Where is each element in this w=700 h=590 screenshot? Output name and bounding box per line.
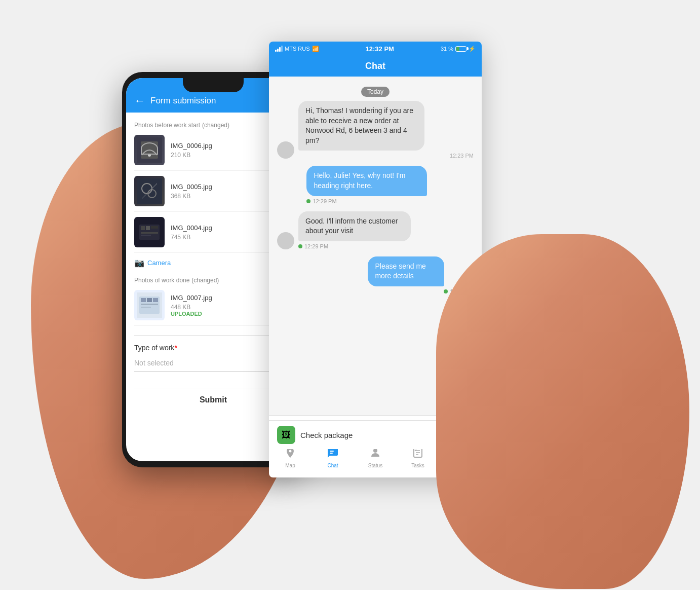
battery-icon (455, 46, 466, 52)
message-row: Hi, Thomas! I wondering if you are able … (277, 101, 474, 159)
message-row: Hello, Julie! Yes, why not! I'm heading … (277, 166, 474, 204)
status-bar: MTS RUS 📶 12:32 PM 31 % ⚡ (269, 42, 482, 56)
select-placeholder: Not selected (134, 359, 174, 367)
package-icon: 🖼 (277, 426, 295, 444)
message-bubble-sent: Hello, Julie! Yes, why not! I'm heading … (306, 166, 474, 204)
svg-point-23 (373, 449, 377, 453)
online-dot-icon (306, 199, 310, 203)
form-title: Form submission (150, 96, 216, 106)
message-text: Hi, Thomas! I wondering if you are able … (298, 101, 424, 151)
message-text: Good. I'll inform the customer about you… (298, 211, 411, 241)
svg-rect-22 (330, 453, 333, 454)
file-name: IMG_0007.jpg (171, 294, 284, 302)
message-status: 12:29 PM (306, 198, 474, 204)
file-size: 448 KB (171, 304, 284, 311)
signal-bars-icon (275, 46, 283, 52)
message-status: 12:29 PM (298, 243, 454, 249)
message-time: 12:23 PM (298, 153, 474, 159)
hand-right (436, 234, 689, 589)
chat-title: Chat (277, 61, 474, 71)
chat-header: Chat (269, 56, 482, 77)
svg-rect-9 (141, 226, 145, 230)
svg-rect-11 (151, 226, 158, 229)
check-package-label: Check package (300, 431, 353, 439)
phone-notch (183, 78, 244, 92)
svg-rect-20 (141, 307, 151, 308)
camera-icon: 📷 (134, 258, 144, 268)
file-thumbnail (134, 135, 165, 165)
tab-map-label: Map (285, 463, 295, 468)
file-thumbnail (134, 176, 165, 206)
tab-status-label: Status (368, 463, 382, 468)
online-dot-icon (444, 289, 448, 293)
camera-label: Camera (147, 259, 171, 267)
status-time: 12:32 PM (366, 45, 394, 53)
back-button[interactable]: ← (134, 94, 145, 107)
svg-rect-10 (146, 226, 150, 230)
svg-rect-12 (141, 232, 158, 234)
lightning-icon: ⚡ (469, 46, 476, 52)
upload-status: UPLOADED (171, 311, 284, 317)
wifi-icon: 📶 (312, 46, 319, 52)
message-row: Please send me more details 12:29 PM (277, 256, 474, 294)
online-dot-icon (298, 244, 302, 248)
tab-tasks[interactable]: Tasks (397, 447, 439, 468)
gallery-icon: 🖼 (282, 430, 291, 440)
message-bubble-received: Hi, Thomas! I wondering if you are able … (298, 101, 474, 159)
svg-rect-21 (330, 451, 334, 452)
message-text: Hello, Julie! Yes, why not! I'm heading … (306, 166, 426, 196)
message-bubble-received: Good. I'll inform the customer about you… (298, 211, 454, 249)
message-text: Please send me more details (368, 256, 444, 286)
message-row: Good. I'll inform the customer about you… (277, 211, 474, 249)
tab-status[interactable]: Status (354, 447, 397, 468)
svg-rect-0 (137, 137, 162, 163)
tab-chat[interactable]: Chat (312, 447, 354, 468)
message-time: 12:29 PM (304, 243, 328, 249)
status-right: 31 % ⚡ (441, 46, 476, 52)
main-scene: ← Form submission Photos before work sta… (71, 42, 629, 548)
tab-chat-label: Chat (327, 463, 338, 468)
avatar (277, 232, 294, 249)
tab-tasks-label: Tasks (411, 463, 424, 468)
carrier-label: MTS RUS (285, 46, 310, 52)
status-left: MTS RUS 📶 (275, 46, 319, 52)
avatar (277, 141, 294, 159)
file-thumbnail (134, 290, 165, 320)
svg-rect-17 (147, 298, 152, 302)
svg-rect-13 (141, 235, 151, 236)
svg-point-2 (148, 154, 151, 157)
file-info: IMG_0007.jpg 448 KB UPLOADED (171, 294, 284, 317)
file-thumbnail (134, 217, 165, 247)
svg-rect-18 (153, 298, 158, 302)
tab-map[interactable]: Map (269, 447, 312, 468)
date-badge: Today (277, 87, 474, 97)
message-time: 12:29 PM (313, 198, 336, 204)
svg-rect-16 (141, 298, 146, 302)
svg-rect-19 (141, 304, 158, 305)
battery-percent: 31 % (441, 46, 453, 52)
